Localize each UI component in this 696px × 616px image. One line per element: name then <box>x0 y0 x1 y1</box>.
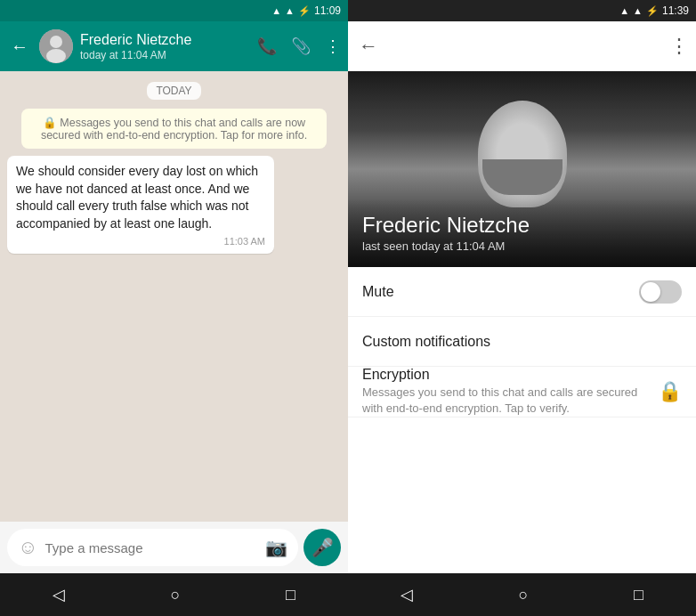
nav-home-right[interactable]: ○ <box>512 579 536 612</box>
svg-point-2 <box>46 49 66 63</box>
bottom-nav-left: ◁ ○ □ <box>0 573 348 616</box>
setting-encryption-desc: Messages you send to this chat and calls… <box>362 385 658 417</box>
status-bar-left: ▲ ▲ ⚡ 11:09 <box>0 0 348 21</box>
encryption-notice[interactable]: 🔒 Messages you send to this chat and cal… <box>21 109 327 149</box>
camera-icon[interactable]: 📷 <box>265 537 287 558</box>
contact-name: Frederic Nietzche <box>80 31 250 48</box>
attach-icon[interactable]: 📎 <box>291 36 311 56</box>
emoji-icon[interactable]: ☺ <box>18 536 37 559</box>
setting-encryption-title: Encryption <box>362 367 658 383</box>
bottom-nav-right: ◁ ○ □ <box>348 573 696 616</box>
phone-icon[interactable]: 📞 <box>257 36 277 56</box>
setting-encryption-label: Encryption Messages you send to this cha… <box>362 367 658 417</box>
signal-icon-left: ▲ <box>285 5 295 16</box>
message-time: 11:03 AM <box>16 236 265 247</box>
profile-header: ← ⋮ <box>348 21 696 71</box>
nav-back-left[interactable]: ◁ <box>45 578 72 612</box>
setting-mute-label: Mute <box>362 284 639 300</box>
mute-toggle-knob <box>641 282 660 302</box>
setting-mute-title: Mute <box>362 284 639 300</box>
profile-hero: Frederic Nietzche last seen today at 11:… <box>348 71 696 267</box>
nav-recent-left[interactable]: □ <box>279 579 303 612</box>
nav-recent-right[interactable]: □ <box>627 579 651 612</box>
wifi-icon-right: ▲ <box>619 5 629 16</box>
contact-info: Frederic Nietzche today at 11:04 AM <box>80 31 250 61</box>
menu-icon[interactable]: ⋮ <box>325 36 341 56</box>
profile-hero-seen: last seen today at 11:04 AM <box>362 239 682 253</box>
signal-icon-right: ▲ <box>633 5 643 16</box>
mute-toggle[interactable] <box>639 280 682 304</box>
status-bar-right: ▲ ▲ ⚡ 11:39 <box>348 0 696 21</box>
profile-hero-name: Frederic Nietzche <box>362 213 682 238</box>
setting-custom-notifications[interactable]: Custom notifications <box>348 317 696 367</box>
mute-toggle-control[interactable] <box>639 280 682 304</box>
date-badge: TODAY <box>147 82 200 98</box>
setting-encryption[interactable]: Encryption Messages you send to this cha… <box>348 367 696 417</box>
message-input-container: ☺ 📷 <box>7 529 298 566</box>
svg-point-1 <box>50 36 62 48</box>
message-input[interactable] <box>45 540 258 555</box>
chat-panel: ← Frederic Nietzche today at 11:04 AM 📞 … <box>0 21 348 573</box>
profile-back-button[interactable]: ← <box>355 31 382 61</box>
contact-status: today at 11:04 AM <box>80 49 250 61</box>
contact-avatar[interactable] <box>39 29 73 63</box>
profile-panel: ← ⋮ Frederic Nietzche last seen today at… <box>348 21 696 573</box>
time-right: 11:39 <box>662 4 689 17</box>
mic-button[interactable]: 🎤 <box>303 529 341 566</box>
battery-icon-left: ⚡ <box>298 5 311 17</box>
profile-hero-overlay: Frederic Nietzche last seen today at 11:… <box>348 199 696 267</box>
profile-settings: Mute Custom notifications Encryption <box>348 267 696 573</box>
setting-custom-notifications-title: Custom notifications <box>362 334 682 350</box>
nav-home-left[interactable]: ○ <box>164 579 188 612</box>
status-bar: ▲ ▲ ⚡ 11:09 ▲ ▲ ⚡ 11:39 <box>0 0 696 21</box>
main-content: ← Frederic Nietzche today at 11:04 AM 📞 … <box>0 21 696 573</box>
message-bubble: We should consider every day lost on whi… <box>7 156 274 254</box>
chat-header: ← Frederic Nietzche today at 11:04 AM 📞 … <box>0 21 348 71</box>
chat-back-button[interactable]: ← <box>7 33 32 61</box>
setting-custom-notifications-label: Custom notifications <box>362 334 682 350</box>
battery-icon-right: ⚡ <box>646 5 659 17</box>
nav-back-right[interactable]: ◁ <box>393 578 420 612</box>
encryption-lock-control: 🔒 <box>658 380 682 403</box>
wifi-icon-left: ▲ <box>271 5 281 16</box>
mic-icon: 🎤 <box>312 537 334 558</box>
profile-menu-button[interactable]: ⋮ <box>669 35 689 58</box>
chat-input-bar: ☺ 📷 🎤 <box>0 522 348 573</box>
setting-mute[interactable]: Mute <box>348 267 696 317</box>
chat-header-icons: 📞 📎 ⋮ <box>257 36 341 56</box>
lock-icon: 🔒 <box>658 380 682 402</box>
bottom-nav: ◁ ○ □ ◁ ○ □ <box>0 573 696 616</box>
time-left: 11:09 <box>314 4 341 17</box>
chat-messages: TODAY 🔒 Messages you send to this chat a… <box>0 71 348 522</box>
message-text: We should consider every day lost on whi… <box>16 164 258 231</box>
